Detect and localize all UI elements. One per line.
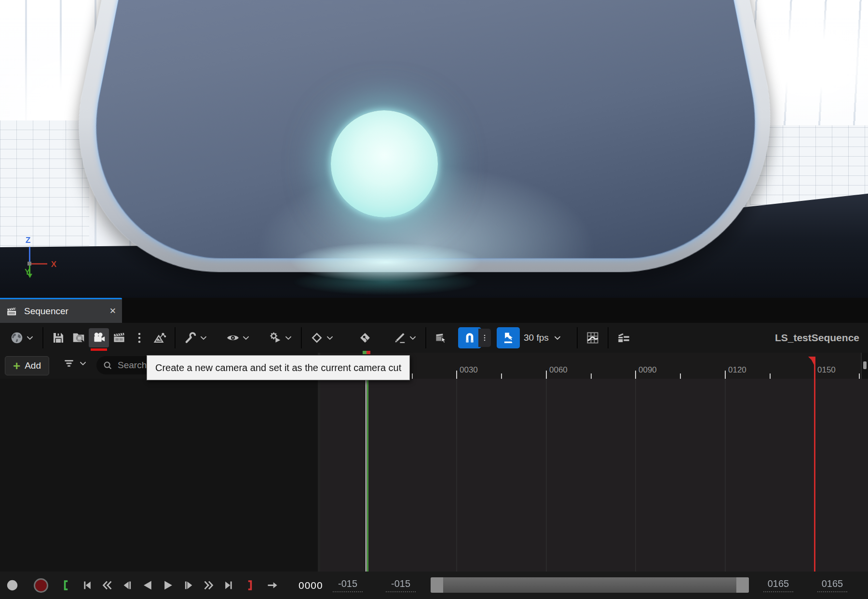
- step-forward-button[interactable]: [182, 579, 195, 592]
- ruler-minor-tick: [859, 373, 860, 379]
- track-gridline: [725, 379, 726, 572]
- x-axis-label: X: [51, 260, 56, 269]
- playback-start-line: [367, 374, 368, 572]
- toolbar-separator: [608, 327, 609, 348]
- curve-editor-button[interactable]: [583, 328, 603, 347]
- track-gridline: [456, 379, 457, 572]
- playhead-line[interactable]: [366, 374, 366, 572]
- create-shot-button[interactable]: [149, 328, 170, 347]
- chevron-down-icon: [25, 333, 35, 343]
- jump-to-start-button[interactable]: [81, 579, 94, 592]
- viewport-3d[interactable]: Z X Y: [0, 0, 868, 298]
- tooltip-create-camera: Create a new camera and set it as the cu…: [147, 355, 410, 380]
- camera-cut-lock-button[interactable]: [431, 328, 451, 347]
- ruler-minor-tick: [770, 373, 771, 379]
- chevron-down-icon: [553, 333, 562, 343]
- view-range-end-value[interactable]: 0165: [763, 578, 793, 592]
- ellipsis-vertical-icon: [132, 331, 147, 345]
- actions-button[interactable]: [180, 328, 211, 347]
- create-camera-button[interactable]: [89, 328, 109, 347]
- playback-gear-icon: [268, 331, 283, 345]
- glowing-sphere: [331, 110, 438, 217]
- scrollbar-left-handle[interactable]: [431, 577, 443, 593]
- tiled-floor-left: [0, 120, 89, 265]
- playback-options-button[interactable]: [265, 328, 296, 347]
- chevron-down-icon: [199, 333, 208, 343]
- toolbar-separator: [301, 327, 302, 348]
- timeline-overflow-strip[interactable]: [861, 353, 868, 379]
- panel-divider[interactable]: [318, 353, 320, 572]
- track-grid[interactable]: [320, 379, 868, 572]
- track-gridline: [635, 379, 636, 572]
- previous-keyframe-button[interactable]: [101, 579, 114, 592]
- current-frame-value[interactable]: 0000: [298, 580, 323, 591]
- timeline-scrollbar[interactable]: [431, 577, 749, 593]
- sequence-breadcrumb-button[interactable]: [613, 328, 634, 347]
- play-reverse-button[interactable]: [141, 579, 154, 592]
- auto-key-diamond-icon: [358, 331, 372, 345]
- toolbar-separator: [425, 327, 426, 348]
- browse-sequence-button[interactable]: [68, 328, 89, 347]
- clapperboard-icon: [112, 331, 126, 345]
- chevron-down-icon: [408, 333, 418, 343]
- set-start-bracket-button[interactable]: [60, 579, 73, 592]
- bookmark-cursor-ruler-icon: [501, 331, 515, 345]
- tooltip-text: Create a new camera and set it as the cu…: [155, 362, 401, 373]
- toolbar-separator: [175, 327, 176, 348]
- transport-bar: 0000 -015 -015 0165 0165: [0, 572, 868, 599]
- sphere-glow: [263, 237, 509, 287]
- world-dropdown-button[interactable]: [7, 328, 38, 347]
- keyframe-diamond-icon: [310, 331, 324, 345]
- save-button[interactable]: [48, 328, 68, 347]
- step-backward-button[interactable]: [121, 579, 134, 592]
- chevron-down-icon: [241, 333, 251, 343]
- curve-editor-icon: [585, 331, 600, 345]
- snap-options-button[interactable]: [478, 329, 491, 347]
- scrollbar-right-handle[interactable]: [736, 577, 749, 593]
- ruler-major-tick: 0090: [635, 371, 636, 379]
- pen-icon: [393, 331, 407, 345]
- view-options-button[interactable]: [223, 328, 254, 347]
- ruler-minor-tick: [501, 373, 502, 379]
- jump-to-end-button[interactable]: [222, 579, 235, 592]
- sequence-list-icon: [616, 331, 631, 345]
- next-keyframe-button[interactable]: [202, 579, 215, 592]
- marked-frame-button[interactable]: [497, 327, 520, 348]
- play-forward-arrow-button[interactable]: [266, 579, 279, 592]
- edit-options-button[interactable]: [390, 328, 420, 347]
- working-range-start-value[interactable]: -015: [333, 578, 363, 592]
- snap-toggle-button[interactable]: [458, 327, 481, 348]
- info-button[interactable]: [6, 579, 19, 592]
- render-movie-button[interactable]: [109, 328, 129, 347]
- clapperboard-icon: [6, 305, 18, 318]
- view-range-start-value[interactable]: -015: [386, 578, 416, 592]
- fps-label: 30 fps: [524, 333, 549, 343]
- wrench-icon: [183, 331, 198, 345]
- render-options-button[interactable]: [129, 328, 149, 347]
- timeline-area: 00300060009001200150: [0, 353, 868, 572]
- fps-dropdown[interactable]: 30 fps: [520, 333, 566, 343]
- tab-title: Sequencer: [24, 306, 68, 317]
- sequencer-tab-bar: Sequencer ✕: [0, 298, 868, 323]
- set-end-bracket-button[interactable]: [243, 579, 256, 592]
- range-end-stub: [366, 351, 370, 354]
- playback-end-line[interactable]: [814, 357, 815, 572]
- play-button[interactable]: [162, 579, 175, 592]
- auto-key-button[interactable]: [355, 328, 375, 347]
- record-button[interactable]: [34, 578, 48, 593]
- sequencer-toolbar: 30 fps LS_testSequence: [0, 323, 868, 353]
- toolbar-separator: [577, 327, 578, 348]
- camera-cut-cursor-icon: [434, 331, 448, 345]
- track-outliner-panel[interactable]: [0, 379, 318, 572]
- tab-close-icon[interactable]: ✕: [109, 306, 116, 316]
- browse-icon: [71, 331, 86, 345]
- ruler-major-tick: 0030: [456, 371, 457, 379]
- overflow-nub: [863, 361, 867, 369]
- shot-track-icon: [152, 331, 167, 345]
- tab-sequencer[interactable]: Sequencer ✕: [0, 298, 122, 323]
- gizmo-origin: [27, 262, 31, 266]
- keyframe-options-button[interactable]: [307, 328, 338, 347]
- working-range-end-value[interactable]: 0165: [817, 578, 847, 592]
- magnet-icon: [462, 331, 477, 345]
- chevron-down-icon: [284, 333, 293, 343]
